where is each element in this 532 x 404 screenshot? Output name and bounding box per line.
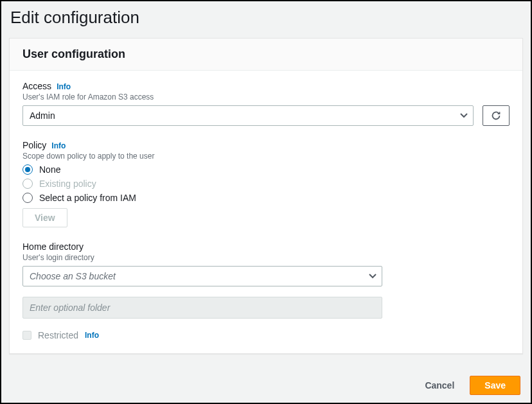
home-directory-label: Home directory [22,242,84,252]
home-directory-desc: User's login directory [22,253,510,262]
page-title: Edit configuration [10,8,523,28]
home-directory-section: Home directory User's login directory Ch… [22,242,510,340]
policy-existing-label: Existing policy [39,179,96,189]
restricted-label: Restricted [38,330,78,340]
edit-configuration-window: Edit configuration User configuration Ac… [0,0,532,404]
policy-select-iam-label: Select a policy from IAM [39,193,136,203]
access-label: Access [22,81,51,91]
policy-section: Policy Info Scope down policy to apply t… [22,140,510,227]
panel-header: User configuration [10,39,522,71]
refresh-icon [491,110,501,121]
restricted-info-link[interactable]: Info [85,331,99,340]
access-info-link[interactable]: Info [57,82,71,91]
access-role-select[interactable]: Admin [22,105,474,126]
policy-radio-select-iam[interactable]: Select a policy from IAM [22,193,510,203]
policy-info-link[interactable]: Info [51,141,66,150]
radio-icon [22,164,33,175]
optional-folder-input: Enter optional folder [22,297,382,319]
chevron-down-icon [369,274,377,279]
chevron-down-icon [460,113,468,118]
panel-body: Access Info User's IAM role for Amazon S… [10,71,522,353]
policy-none-label: None [39,164,60,175]
policy-radio-existing: Existing policy [22,179,510,189]
view-policy-button: View [22,208,67,227]
save-button[interactable]: Save [470,376,520,395]
radio-icon [22,179,33,189]
policy-label: Policy [22,140,46,150]
cancel-button[interactable]: Cancel [416,376,463,394]
access-role-value: Admin [30,110,55,121]
radio-icon [22,193,33,203]
footer-actions: Cancel Save [416,376,520,395]
s3-bucket-placeholder: Choose an S3 bucket [30,271,116,281]
policy-radio-none[interactable]: None [22,164,510,175]
optional-folder-placeholder: Enter optional folder [30,303,110,313]
refresh-button[interactable] [483,105,510,126]
restricted-checkbox [22,331,31,340]
panel-title: User configuration [22,48,510,61]
access-desc: User's IAM role for Amazon S3 access [22,92,510,101]
s3-bucket-select[interactable]: Choose an S3 bucket [22,266,382,286]
access-section: Access Info User's IAM role for Amazon S… [22,81,510,126]
restricted-row: Restricted Info [22,330,510,340]
user-configuration-panel: User configuration Access Info User's IA… [9,38,523,354]
policy-desc: Scope down policy to apply to the user [22,152,510,161]
